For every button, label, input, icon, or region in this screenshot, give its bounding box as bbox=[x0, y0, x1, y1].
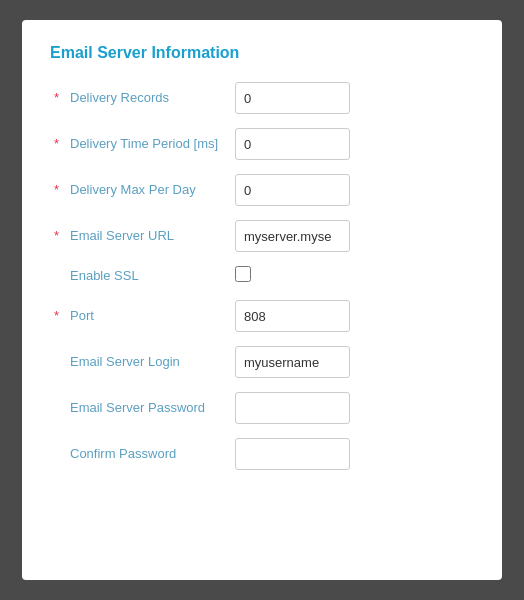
delivery-max-row: * Delivery Max Per Day bbox=[50, 174, 474, 206]
port-row: * Port bbox=[50, 300, 474, 332]
email-server-password-label-col: Email Server Password bbox=[50, 400, 235, 417]
email-server-url-label: Email Server URL bbox=[70, 228, 174, 245]
port-label: Port bbox=[70, 308, 94, 325]
email-server-password-input-col bbox=[235, 392, 474, 424]
port-label-col: * Port bbox=[50, 308, 235, 325]
confirm-password-label: Confirm Password bbox=[70, 446, 176, 463]
port-input-col bbox=[235, 300, 474, 332]
email-server-info-card: Email Server Information * Delivery Reco… bbox=[22, 20, 502, 580]
enable-ssl-input-col bbox=[235, 266, 474, 286]
email-server-password-row: Email Server Password bbox=[50, 392, 474, 424]
required-star-delivery-max: * bbox=[54, 182, 59, 197]
delivery-max-input[interactable] bbox=[235, 174, 350, 206]
delivery-time-input[interactable] bbox=[235, 128, 350, 160]
delivery-time-input-col bbox=[235, 128, 474, 160]
delivery-records-input-col bbox=[235, 82, 474, 114]
enable-ssl-label-col: Enable SSL bbox=[50, 268, 235, 285]
email-server-login-input-col bbox=[235, 346, 474, 378]
delivery-records-label-col: * Delivery Records bbox=[50, 90, 235, 107]
delivery-max-label: Delivery Max Per Day bbox=[70, 182, 196, 199]
email-server-login-label-col: Email Server Login bbox=[50, 354, 235, 371]
enable-ssl-row: Enable SSL bbox=[50, 266, 474, 286]
enable-ssl-label: Enable SSL bbox=[70, 268, 139, 285]
delivery-max-label-col: * Delivery Max Per Day bbox=[50, 182, 235, 199]
port-input[interactable] bbox=[235, 300, 350, 332]
delivery-records-input[interactable] bbox=[235, 82, 350, 114]
required-star-delivery-records: * bbox=[54, 90, 59, 105]
confirm-password-input-col bbox=[235, 438, 474, 470]
confirm-password-label-col: Confirm Password bbox=[50, 446, 235, 463]
email-server-password-input[interactable] bbox=[235, 392, 350, 424]
email-server-login-label: Email Server Login bbox=[70, 354, 180, 371]
email-server-url-input[interactable] bbox=[235, 220, 350, 252]
confirm-password-input[interactable] bbox=[235, 438, 350, 470]
required-star-port: * bbox=[54, 308, 59, 323]
required-star-email-server-url: * bbox=[54, 228, 59, 243]
email-server-url-label-col: * Email Server URL bbox=[50, 228, 235, 245]
email-server-login-input[interactable] bbox=[235, 346, 350, 378]
delivery-records-row: * Delivery Records bbox=[50, 82, 474, 114]
delivery-records-label: Delivery Records bbox=[70, 90, 169, 107]
delivery-max-input-col bbox=[235, 174, 474, 206]
card-title: Email Server Information bbox=[50, 44, 474, 62]
enable-ssl-checkbox[interactable] bbox=[235, 266, 251, 282]
delivery-time-label: Delivery Time Period [ms] bbox=[70, 136, 218, 153]
delivery-time-label-col: * Delivery Time Period [ms] bbox=[50, 136, 235, 153]
delivery-time-row: * Delivery Time Period [ms] bbox=[50, 128, 474, 160]
email-server-password-label: Email Server Password bbox=[70, 400, 205, 417]
email-server-login-row: Email Server Login bbox=[50, 346, 474, 378]
email-server-url-row: * Email Server URL bbox=[50, 220, 474, 252]
confirm-password-row: Confirm Password bbox=[50, 438, 474, 470]
email-server-url-input-col bbox=[235, 220, 474, 252]
required-star-delivery-time: * bbox=[54, 136, 59, 151]
